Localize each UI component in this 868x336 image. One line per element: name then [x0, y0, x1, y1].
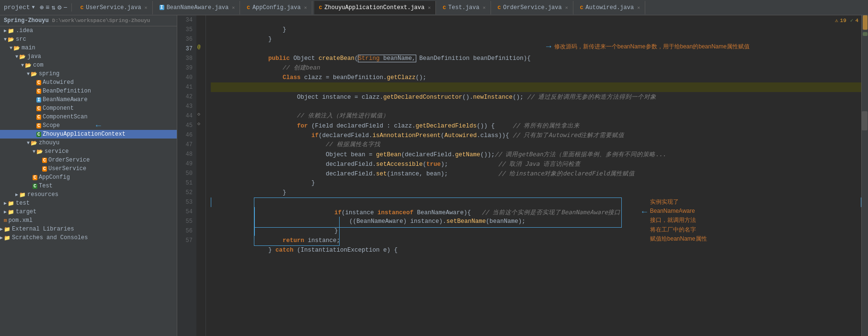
- sidebar-item-label-ext-libs: External Libraries: [12, 226, 74, 232]
- toolbar-icon-4[interactable]: ⚙: [57, 3, 61, 12]
- sidebar-item-componentscan[interactable]: C ComponentScan: [0, 113, 177, 121]
- linenum-40: 40: [177, 73, 193, 82]
- tab-orderservice[interactable]: C OrderService.java ✕: [493, 1, 573, 14]
- project-dropdown-icon[interactable]: ▼: [32, 5, 35, 10]
- tab-close-userservice[interactable]: ✕: [145, 5, 148, 11]
- code-area[interactable]: } } public Object createBean(String bean…: [206, 15, 861, 336]
- sidebar-item-scratches[interactable]: ▶ 📁 Scratches and Consoles: [0, 233, 177, 242]
- sidebar-item-zhouyu[interactable]: ▼ 📂 zhouyu: [0, 139, 177, 147]
- class-icon-component: C: [36, 106, 41, 111]
- folder-icon-scratches: 📁: [4, 235, 11, 241]
- sidebar-item-autowired[interactable]: C Autowired: [0, 78, 177, 87]
- sidebar-item-main[interactable]: ▼ 📂 main: [0, 44, 177, 52]
- sidebar-item-java[interactable]: ▼ 📂 java: [0, 52, 177, 61]
- sidebar-item-scope[interactable]: C Scope ←: [0, 121, 177, 130]
- tab-beannameaware[interactable]: I BeanNameAware.java ✕: [155, 1, 240, 14]
- sidebar-item-ext-libs[interactable]: ▶ 📁 External Libraries: [0, 225, 177, 233]
- sidebar-item-label-spring: spring: [39, 70, 59, 77]
- sidebar-item-idea[interactable]: ▶ 📁 .idea: [0, 26, 177, 35]
- toolbar-icon-2[interactable]: ≡: [46, 4, 49, 12]
- code-line-55: [211, 217, 861, 226]
- sidebar-project-label: Spring-Zhouyu D:\work\workspace\Spring-Z…: [4, 17, 150, 24]
- sidebar-item-pom[interactable]: m pom.xml: [0, 216, 177, 225]
- sidebar-item-label-componentscan: ComponentScan: [43, 114, 88, 120]
- linenum-51: 51: [177, 178, 193, 188]
- sidebar-item-target[interactable]: ▶ 📁 target: [0, 208, 177, 216]
- code-line-38: // 创建bean: [211, 54, 861, 63]
- sidebar-item-spring[interactable]: ▼ 📂 spring: [0, 70, 177, 78]
- code-editor: ⚠ 19 ✓ 4 34 35 36 37 38 39 40 41 42 43 4…: [177, 15, 868, 336]
- project-title[interactable]: project ▼ ⊕ ≡ ⇅ ⚙ −: [4, 3, 72, 12]
- sidebar-item-label-src: src: [16, 36, 26, 43]
- tab-close-appconfig[interactable]: ✕: [304, 5, 307, 11]
- sidebar-item-component[interactable]: C Component: [0, 104, 177, 113]
- linenum-44: 44: [177, 111, 193, 121]
- sidebar-item-src[interactable]: ▼ 📂 src: [0, 35, 177, 44]
- tab-test[interactable]: C Test.java ✕: [438, 1, 491, 14]
- sidebar-item-orderservice[interactable]: C OrderService: [0, 156, 177, 164]
- code-line-50: }: [211, 169, 861, 178]
- sidebar-item-beandefinition[interactable]: C BeanDefinition: [0, 87, 177, 95]
- sidebar-item-label-scope: Scope: [43, 122, 60, 129]
- code-line-54: }: [211, 207, 861, 217]
- sidebar-item-label-zhouyuappcontext: ZhouyuApplicationContext: [43, 131, 126, 138]
- toolbar-icon-1[interactable]: ⊕: [40, 3, 44, 12]
- sidebar-item-test-folder[interactable]: ▶ 📁 test: [0, 199, 177, 208]
- sidebar-item-resources[interactable]: ▶ 📁 resources: [0, 190, 177, 199]
- gutter-icon-45: ◇: [197, 121, 200, 127]
- code-line-34: }: [211, 15, 861, 25]
- sidebar-item-com[interactable]: ▼ 📂 com: [0, 61, 177, 70]
- folder-icon-zhouyu: 📂: [31, 140, 37, 146]
- sidebar-item-label-beannameaware: BeanNameAware: [43, 96, 88, 103]
- linenum-55: 55: [177, 217, 193, 226]
- toolbar-icon-5[interactable]: −: [63, 4, 67, 12]
- linenum-47: 47: [177, 140, 193, 150]
- linenum-42: 42: [177, 92, 193, 102]
- folder-icon-java: 📂: [19, 54, 26, 60]
- sidebar-item-appconfig[interactable]: C AppConfig: [0, 173, 177, 182]
- sidebar-item-label-orderservice: OrderService: [48, 157, 90, 163]
- tab-close-autowired[interactable]: ✕: [637, 5, 640, 11]
- sidebar-item-label-idea: .idea: [16, 27, 33, 34]
- project-name: project: [4, 4, 30, 11]
- scrollbar-thumb[interactable]: [862, 111, 868, 130]
- tab-appconfig[interactable]: C AppConfig.java ✕: [242, 1, 312, 14]
- sidebar-item-label-zhouyu: zhouyu: [39, 139, 59, 146]
- linenum-56: 56: [177, 226, 193, 236]
- tab-close-test[interactable]: ✕: [483, 5, 486, 11]
- scrollbar-ok-marker: [863, 32, 868, 36]
- sidebar-item-label-target: target: [16, 209, 36, 215]
- sidebar-item-label-pom: pom.xml: [9, 217, 33, 224]
- arrow-test: ▶: [4, 200, 7, 206]
- tab-icon-zhouyuappcontext: C: [319, 5, 322, 11]
- tab-zhouyuappcontext[interactable]: C ZhouyuApplicationContext.java ✕: [314, 1, 436, 14]
- tab-label-appconfig: AppConfig.java: [252, 4, 301, 11]
- sidebar-item-beannameaware[interactable]: I BeanNameAware: [0, 95, 177, 104]
- tab-label-test: Test.java: [448, 4, 480, 11]
- tab-userservice[interactable]: C UserService.java ✕: [76, 1, 153, 14]
- tab-label-beannameaware: BeanNameAware.java: [167, 4, 229, 11]
- tab-icon-beannameaware: I: [160, 5, 164, 10]
- tab-icon-test: C: [443, 5, 446, 11]
- sidebar-item-test-class[interactable]: C Test: [0, 182, 177, 190]
- tab-close-orderservice[interactable]: ✕: [565, 5, 568, 11]
- sidebar-item-zhouyuappcontext[interactable]: C ZhouyuApplicationContext: [0, 130, 177, 139]
- linenum-43: 43: [177, 102, 193, 111]
- sidebar-item-userservice[interactable]: C UserService: [0, 164, 177, 173]
- code-line-43: // 依赖注入（对属性进行赋值）: [211, 102, 861, 111]
- tab-icon-autowired: C: [580, 5, 583, 11]
- tab-autowired[interactable]: C Autowired.java ✕: [575, 1, 645, 14]
- code-line-45: if(declaredField.isAnnotationPresent(Aut…: [211, 121, 861, 130]
- tab-close-beannameaware[interactable]: ✕: [232, 5, 235, 11]
- code-line-42: [211, 92, 861, 102]
- tab-label-autowired: Autowired.java: [585, 4, 634, 11]
- right-scrollbar[interactable]: [861, 15, 868, 336]
- linenum-46: 46: [177, 130, 193, 140]
- linenum-57: 57: [177, 236, 193, 245]
- class-icon-autowired: C: [36, 80, 41, 85]
- class-icon-beandefinition: C: [36, 89, 41, 94]
- sidebar-item-service[interactable]: ▼ 📂 service: [0, 147, 177, 156]
- linenum-54: 54: [177, 207, 193, 217]
- tab-close-zhouyuappcontext[interactable]: ✕: [428, 5, 431, 11]
- toolbar-icon-3[interactable]: ⇅: [51, 3, 55, 12]
